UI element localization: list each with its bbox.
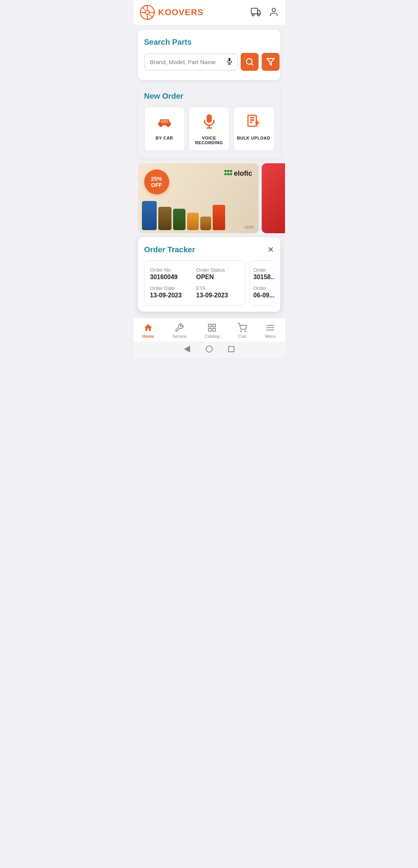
order-card-2[interactable]: Order 30158... Order 06-09...: [249, 260, 274, 306]
home-nav-label: Home: [142, 334, 154, 339]
wrench-icon: [175, 323, 184, 332]
filter-icon: [266, 58, 275, 66]
order-date-label: Order Date: [150, 285, 193, 291]
home-icon: [143, 323, 153, 332]
svg-rect-12: [228, 58, 230, 61]
nav-cart[interactable]: Cart: [233, 321, 252, 340]
svg-rect-19: [161, 120, 168, 123]
nav-menu[interactable]: Menu: [261, 321, 281, 340]
order-card-1-grid: Order No 30160049 Order Status OPEN Orde…: [150, 267, 240, 299]
bulk-upload-label: BULK UPLOAD: [237, 136, 270, 140]
tracker-orders: Order No 30160049 Order Status OPEN Orde…: [144, 260, 274, 306]
eta-value: 13-09-2023: [196, 292, 240, 299]
new-order-title: New Order: [144, 92, 274, 101]
bulk-upload-icon: [247, 114, 260, 132]
svg-point-42: [245, 331, 246, 332]
svg-point-31: [224, 170, 227, 172]
svg-rect-8: [251, 8, 257, 14]
order-card-2-no-section: Order 30158...: [254, 267, 274, 281]
brand-name: elofic: [224, 169, 252, 178]
svg-point-35: [227, 173, 229, 175]
svg-rect-24: [206, 114, 212, 123]
svg-point-32: [227, 170, 229, 172]
android-home-button[interactable]: [206, 346, 213, 353]
menu-icon: [266, 323, 275, 332]
search-input-wrap: [144, 54, 238, 70]
cart-button[interactable]: [251, 7, 261, 18]
cart-nav-icon: [238, 323, 247, 332]
search-button[interactable]: [241, 53, 259, 71]
discount-badge: 25%OFF: [144, 169, 169, 194]
svg-point-34: [224, 173, 227, 175]
logo-area: KOOVERS: [140, 5, 204, 20]
svg-rect-28: [250, 117, 255, 119]
svg-rect-37: [208, 324, 211, 327]
order-card-2-no-label: Order: [254, 267, 274, 273]
order-status-section: Order Status OPEN: [196, 267, 240, 285]
nav-home[interactable]: Home: [138, 321, 159, 340]
svg-marker-17: [267, 59, 274, 65]
voice-recording-button[interactable]: VOICE RECORDING: [189, 107, 229, 151]
order-card-2-date-section: Order 06-09...: [254, 285, 274, 299]
bottom-nav: Home Service Catalog Cart Menu: [133, 318, 285, 342]
bulk-upload-button[interactable]: BULK UPLOAD: [233, 107, 274, 151]
search-icon: [245, 58, 254, 66]
mic-icon[interactable]: [226, 57, 233, 67]
svg-rect-39: [208, 328, 211, 331]
svg-line-6: [142, 7, 145, 10]
order-status-label: Order Status: [196, 267, 240, 273]
voice-icon: [203, 114, 216, 132]
nav-service[interactable]: Service: [168, 321, 191, 340]
search-row: [144, 53, 274, 71]
tracker-header: Order Tracker ✕: [144, 245, 274, 254]
order-tracker-card: Order Tracker ✕ Order No 30160049 Order …: [138, 237, 280, 312]
promo-banner[interactable]: 25%OFF elofic e: [138, 163, 259, 233]
elofic-dots: [224, 169, 232, 178]
svg-point-11: [272, 8, 275, 12]
koovers-logo-icon: [140, 5, 155, 20]
secondary-banner[interactable]: [262, 163, 285, 233]
svg-rect-29: [250, 119, 255, 121]
filter-button[interactable]: [262, 53, 280, 71]
android-system-bar: [133, 342, 285, 358]
svg-point-23: [167, 124, 169, 126]
menu-nav-label: Menu: [265, 334, 276, 339]
tracker-close-button[interactable]: ✕: [268, 245, 274, 254]
profile-button[interactable]: [269, 7, 279, 18]
order-card-2-date-label: Order: [254, 285, 274, 291]
banner-area: 25%OFF elofic e: [138, 163, 285, 233]
svg-point-33: [230, 170, 232, 172]
cart-nav-label: Cart: [238, 334, 247, 339]
new-order-card: New Order BY CAR: [138, 85, 280, 159]
android-recents-button[interactable]: [228, 346, 234, 352]
svg-point-9: [252, 14, 254, 16]
order-card-2-date-value: 06-09...: [254, 292, 274, 299]
eta-section: ETA 13-09-2023: [196, 285, 240, 299]
order-card-1[interactable]: Order No 30160049 Order Status OPEN Orde…: [144, 260, 245, 306]
brand-text: elofic: [234, 169, 252, 178]
order-date-value: 13-09-2023: [150, 292, 193, 299]
search-input[interactable]: [149, 54, 226, 70]
by-car-button[interactable]: BY CAR: [144, 107, 185, 151]
svg-line-7: [149, 14, 153, 18]
by-car-label: BY CAR: [156, 136, 173, 140]
profile-icon: [269, 7, 279, 17]
svg-point-36: [230, 173, 232, 175]
order-no-value: 30160049: [150, 274, 193, 281]
discount-text: 25%OFF: [151, 176, 162, 188]
catalog-nav-label: Catalog: [205, 334, 219, 339]
tracker-title: Order Tracker: [144, 245, 195, 254]
home-circle-icon: [206, 346, 213, 353]
voice-recording-label: VOICE RECORDING: [195, 136, 223, 145]
service-nav-label: Service: [172, 334, 187, 339]
recents-icon: [228, 346, 234, 352]
logo-text: KOOVERS: [158, 7, 204, 17]
nav-catalog[interactable]: Catalog: [200, 321, 224, 340]
svg-rect-38: [213, 324, 215, 327]
car-icon: [157, 114, 172, 132]
cart-icon: [251, 7, 261, 17]
header: KOOVERS: [133, 0, 285, 25]
svg-line-16: [251, 63, 253, 65]
android-back-button[interactable]: [184, 346, 190, 353]
svg-point-22: [160, 124, 162, 126]
